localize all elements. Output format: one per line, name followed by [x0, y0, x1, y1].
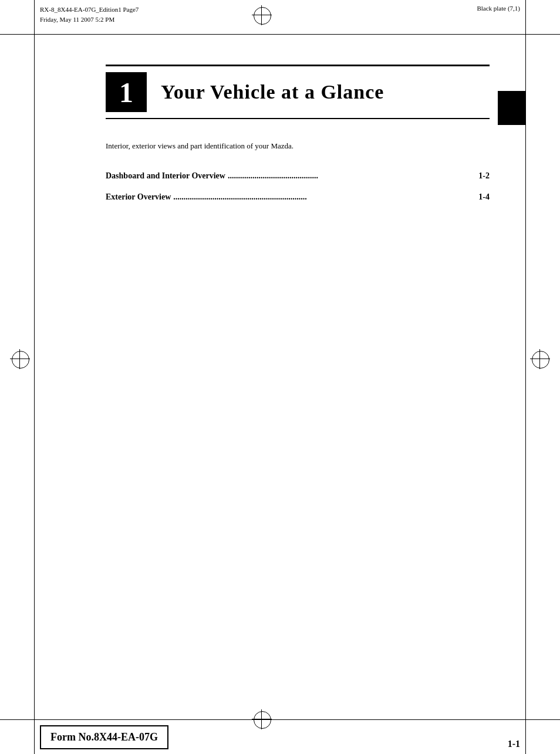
chapter-title: Your Vehicle at a Glance: [161, 81, 384, 103]
border-top: [0, 34, 560, 35]
reg-mark-left: [12, 351, 28, 367]
border-bottom: [0, 719, 560, 720]
header-plate-info: Black plate (7,1): [477, 5, 520, 12]
chapter-number: 1: [119, 76, 133, 109]
header-date-info: Friday, May 11 2007 5:2 PM: [40, 15, 139, 25]
page-header: RX-8_8X44-EA-07G_Edition1 Page7 Friday, …: [40, 5, 520, 24]
chapter-section: 1 Your Vehicle at a Glance Interior, ext…: [106, 65, 490, 214]
toc-page-2: 1-4: [478, 192, 490, 202]
toc-section: Dashboard and Interior Overview ........…: [106, 171, 490, 202]
chapter-description: Interior, exterior views and part identi…: [106, 140, 490, 153]
chapter-tab: [498, 91, 526, 125]
reg-mark-right: [532, 351, 548, 367]
footer-page-number: 1-1: [508, 739, 520, 749]
toc-dots-1: ........................................…: [228, 171, 476, 181]
toc-title-2: Exterior Overview: [106, 192, 171, 202]
border-left: [34, 0, 35, 754]
header-file-info: RX-8_8X44-EA-07G_Edition1 Page7: [40, 5, 139, 15]
chapter-number-box: 1: [106, 72, 147, 112]
header-left: RX-8_8X44-EA-07G_Edition1 Page7 Friday, …: [40, 5, 139, 24]
chapter-header: 1 Your Vehicle at a Glance: [106, 65, 490, 119]
footer-form-number: Form No.8X44-EA-07G: [40, 725, 168, 749]
toc-title-1: Dashboard and Interior Overview: [106, 171, 225, 181]
page-footer: Form No.8X44-EA-07G 1-1: [40, 725, 520, 749]
toc-dots-2: ........................................…: [173, 192, 476, 202]
toc-page-1: 1-2: [478, 171, 490, 181]
toc-entry-2: Exterior Overview ......................…: [106, 192, 490, 202]
toc-entry-1: Dashboard and Interior Overview ........…: [106, 171, 490, 181]
